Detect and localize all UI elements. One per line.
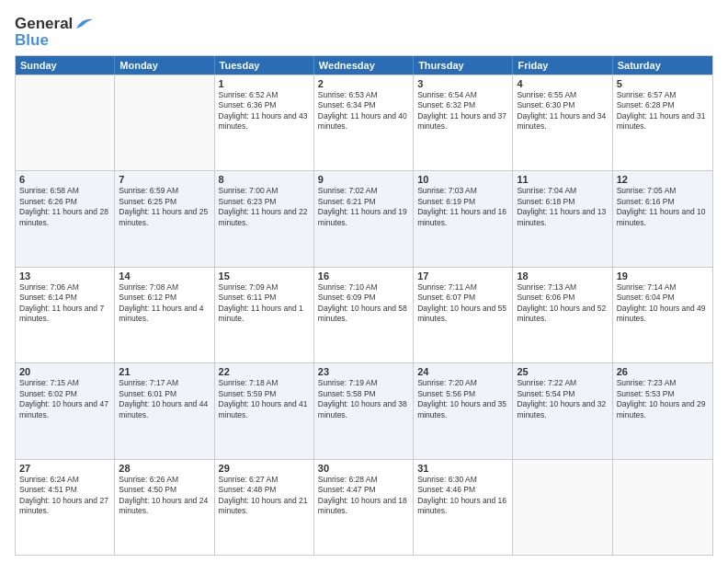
calendar-cell: 18Sunrise: 7:13 AMSunset: 6:06 PMDayligh… [513, 268, 612, 362]
day-number: 27 [19, 463, 110, 474]
header-day-friday: Friday [513, 56, 612, 75]
cell-info: Sunrise: 7:18 AMSunset: 5:59 PMDaylight:… [219, 378, 310, 420]
header-day-saturday: Saturday [613, 56, 712, 75]
calendar-cell: 4Sunrise: 6:55 AMSunset: 6:30 PMDaylight… [513, 75, 612, 170]
day-number: 15 [219, 270, 310, 282]
logo-general: General [15, 15, 73, 33]
day-number: 30 [318, 463, 409, 474]
cell-info: Sunrise: 6:28 AMSunset: 4:47 PMDaylight:… [318, 475, 409, 517]
day-number: 26 [617, 366, 709, 377]
calendar-body: 1Sunrise: 6:52 AMSunset: 6:36 PMDaylight… [16, 75, 712, 555]
day-number: 5 [617, 78, 709, 89]
cell-info: Sunrise: 7:22 AMSunset: 5:54 PMDaylight:… [517, 378, 608, 420]
calendar-cell: 8Sunrise: 7:00 AMSunset: 6:23 PMDaylight… [215, 171, 314, 266]
calendar-cell: 26Sunrise: 7:23 AMSunset: 5:53 PMDayligh… [613, 363, 712, 458]
cell-info: Sunrise: 7:15 AMSunset: 6:02 PMDaylight:… [19, 378, 110, 420]
calendar-cell: 17Sunrise: 7:11 AMSunset: 6:07 PMDayligh… [414, 268, 513, 362]
calendar-cell [115, 75, 214, 170]
calendar-cell: 29Sunrise: 6:27 AMSunset: 4:48 PMDayligh… [215, 460, 314, 555]
day-number: 13 [19, 270, 110, 282]
cell-info: Sunrise: 6:55 AMSunset: 6:30 PMDaylight:… [517, 90, 608, 132]
calendar-cell [613, 460, 712, 555]
calendar-row-3: 13Sunrise: 7:06 AMSunset: 6:14 PMDayligh… [16, 267, 712, 362]
day-number: 2 [318, 78, 409, 89]
calendar-header: SundayMondayTuesdayWednesdayThursdayFrid… [16, 56, 712, 75]
cell-info: Sunrise: 7:09 AMSunset: 6:11 PMDaylight:… [219, 282, 310, 325]
calendar-cell: 23Sunrise: 7:19 AMSunset: 5:58 PMDayligh… [314, 363, 414, 458]
calendar-cell: 5Sunrise: 6:57 AMSunset: 6:28 PMDaylight… [613, 75, 712, 170]
calendar-cell: 28Sunrise: 6:26 AMSunset: 4:50 PMDayligh… [115, 460, 214, 555]
day-number: 10 [417, 174, 508, 185]
day-number: 21 [119, 366, 210, 377]
calendar-cell: 25Sunrise: 7:22 AMSunset: 5:54 PMDayligh… [513, 363, 612, 458]
cell-info: Sunrise: 7:10 AMSunset: 6:09 PMDaylight:… [318, 282, 409, 325]
calendar-cell: 12Sunrise: 7:05 AMSunset: 6:16 PMDayligh… [613, 171, 712, 266]
header-day-sunday: Sunday [16, 56, 115, 75]
cell-info: Sunrise: 7:03 AMSunset: 6:19 PMDaylight:… [417, 186, 508, 228]
calendar-cell: 30Sunrise: 6:28 AMSunset: 4:47 PMDayligh… [314, 460, 414, 555]
calendar-cell: 9Sunrise: 7:02 AMSunset: 6:21 PMDaylight… [314, 171, 414, 266]
day-number: 23 [318, 366, 409, 377]
calendar-cell: 24Sunrise: 7:20 AMSunset: 5:56 PMDayligh… [414, 363, 513, 458]
calendar-cell [16, 75, 115, 170]
cell-info: Sunrise: 7:06 AMSunset: 6:14 PMDaylight:… [19, 282, 110, 325]
calendar-cell: 19Sunrise: 7:14 AMSunset: 6:04 PMDayligh… [613, 268, 712, 362]
calendar-cell: 27Sunrise: 6:24 AMSunset: 4:51 PMDayligh… [16, 460, 115, 555]
cell-info: Sunrise: 7:02 AMSunset: 6:21 PMDaylight:… [318, 186, 409, 228]
header-day-wednesday: Wednesday [314, 56, 414, 75]
calendar-cell: 22Sunrise: 7:18 AMSunset: 5:59 PMDayligh… [215, 363, 314, 458]
calendar-cell: 20Sunrise: 7:15 AMSunset: 6:02 PMDayligh… [16, 363, 115, 458]
day-number: 6 [19, 174, 110, 185]
calendar-cell: 31Sunrise: 6:30 AMSunset: 4:46 PMDayligh… [414, 460, 513, 555]
cell-info: Sunrise: 6:59 AMSunset: 6:25 PMDaylight:… [119, 186, 210, 228]
cell-info: Sunrise: 7:14 AMSunset: 6:04 PMDaylight:… [617, 282, 709, 325]
calendar-row-1: 1Sunrise: 6:52 AMSunset: 6:36 PMDaylight… [16, 75, 712, 170]
header-day-monday: Monday [115, 56, 214, 75]
day-number: 1 [219, 78, 310, 89]
calendar-cell: 1Sunrise: 6:52 AMSunset: 6:36 PMDaylight… [215, 75, 314, 170]
cell-info: Sunrise: 7:13 AMSunset: 6:06 PMDaylight:… [517, 282, 608, 325]
day-number: 18 [517, 270, 608, 282]
calendar-cell: 3Sunrise: 6:54 AMSunset: 6:32 PMDaylight… [414, 75, 513, 170]
day-number: 19 [617, 270, 709, 282]
day-number: 7 [119, 174, 210, 185]
calendar-row-2: 6Sunrise: 6:58 AMSunset: 6:26 PMDaylight… [16, 170, 712, 266]
calendar-cell: 21Sunrise: 7:17 AMSunset: 6:01 PMDayligh… [115, 363, 214, 458]
day-number: 14 [119, 270, 210, 282]
header-day-tuesday: Tuesday [215, 56, 314, 75]
cell-info: Sunrise: 6:52 AMSunset: 6:36 PMDaylight:… [219, 90, 310, 132]
day-number: 20 [19, 366, 110, 377]
cell-info: Sunrise: 6:30 AMSunset: 4:46 PMDaylight:… [417, 475, 508, 517]
day-number: 4 [517, 78, 608, 89]
logo-wing-icon [74, 16, 95, 30]
cell-info: Sunrise: 7:23 AMSunset: 5:53 PMDaylight:… [617, 378, 709, 420]
cell-info: Sunrise: 7:08 AMSunset: 6:12 PMDaylight:… [119, 282, 210, 325]
cell-info: Sunrise: 7:20 AMSunset: 5:56 PMDaylight:… [417, 378, 508, 420]
calendar-row-5: 27Sunrise: 6:24 AMSunset: 4:51 PMDayligh… [16, 459, 712, 555]
cell-info: Sunrise: 7:00 AMSunset: 6:23 PMDaylight:… [219, 186, 310, 228]
calendar-cell: 13Sunrise: 7:06 AMSunset: 6:14 PMDayligh… [16, 268, 115, 362]
cell-info: Sunrise: 6:54 AMSunset: 6:32 PMDaylight:… [417, 90, 508, 132]
cell-info: Sunrise: 7:17 AMSunset: 6:01 PMDaylight:… [119, 378, 210, 420]
calendar-cell: 11Sunrise: 7:04 AMSunset: 6:18 PMDayligh… [513, 171, 612, 266]
day-number: 29 [219, 463, 310, 474]
cell-info: Sunrise: 6:57 AMSunset: 6:28 PMDaylight:… [617, 90, 709, 132]
calendar-cell: 10Sunrise: 7:03 AMSunset: 6:19 PMDayligh… [414, 171, 513, 266]
day-number: 9 [318, 174, 409, 185]
cell-info: Sunrise: 6:26 AMSunset: 4:50 PMDaylight:… [119, 475, 210, 517]
cell-info: Sunrise: 7:19 AMSunset: 5:58 PMDaylight:… [318, 378, 409, 420]
day-number: 28 [119, 463, 210, 474]
day-number: 22 [219, 366, 310, 377]
cell-info: Sunrise: 7:05 AMSunset: 6:16 PMDaylight:… [617, 186, 709, 228]
cell-info: Sunrise: 6:58 AMSunset: 6:26 PMDaylight:… [19, 186, 110, 228]
calendar-cell: 15Sunrise: 7:09 AMSunset: 6:11 PMDayligh… [215, 268, 314, 362]
day-number: 17 [417, 270, 508, 282]
day-number: 3 [417, 78, 508, 89]
day-number: 24 [417, 366, 508, 377]
calendar-cell: 16Sunrise: 7:10 AMSunset: 6:09 PMDayligh… [314, 268, 414, 362]
day-number: 16 [318, 270, 409, 282]
logo: General Blue [15, 15, 95, 50]
day-number: 8 [219, 174, 310, 185]
cell-info: Sunrise: 6:27 AMSunset: 4:48 PMDaylight:… [219, 475, 310, 517]
calendar-row-4: 20Sunrise: 7:15 AMSunset: 6:02 PMDayligh… [16, 362, 712, 458]
